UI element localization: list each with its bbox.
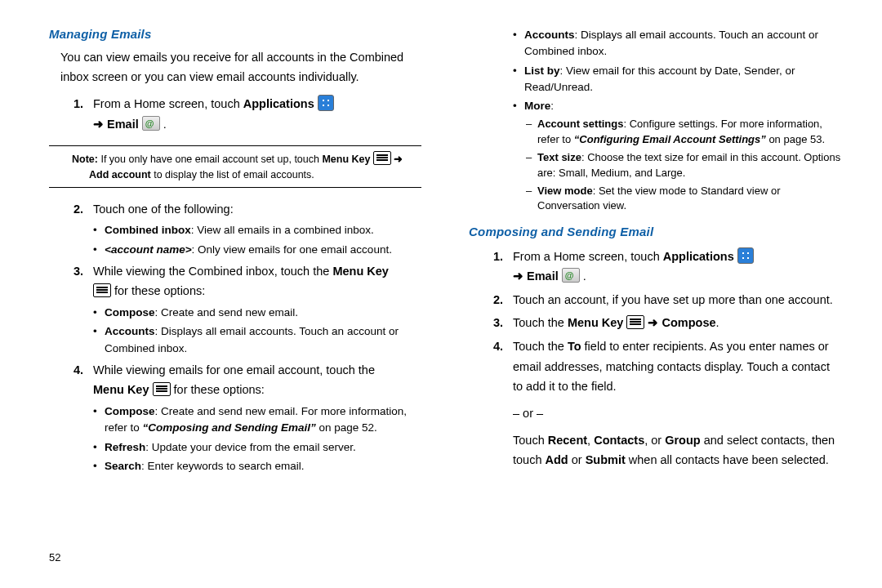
heading-managing-emails: Managing Emails: [49, 24, 421, 43]
menu-key-icon: [626, 315, 644, 329]
heading-composing: Composing and Sending Email: [469, 222, 841, 241]
menu-key-icon: [93, 283, 111, 297]
bullet: •Compose: Create and send new email.: [93, 305, 421, 321]
step-1: 1. From a Home screen, touch Application…: [74, 94, 421, 134]
applications-icon: [737, 247, 754, 264]
bullet: •Accounts: Displays all email accounts. …: [93, 323, 421, 357]
step-3b: 3. Touch the Menu Key ➜ Compose.: [493, 313, 841, 333]
bullet: •Accounts: Displays all email accounts. …: [513, 27, 841, 60]
applications-icon: [318, 95, 334, 111]
right-column: •Accounts: Displays all email accounts. …: [469, 24, 841, 477]
bullet: •Combined inbox: View all emails in a co…: [93, 222, 421, 238]
bullet: •<account name>: Only view emails for on…: [93, 242, 421, 258]
bullet: •More:: [513, 98, 841, 114]
bullet: •Search: Enter keywords to search email.: [93, 458, 421, 474]
sub-bullet: –Account settings: Configure settings. F…: [526, 117, 841, 148]
step-2b: 2. Touch an account, if you have set up …: [493, 290, 841, 310]
email-icon: [562, 268, 580, 283]
step-4: 4. While viewing emails for one email ac…: [74, 360, 421, 400]
sub-bullet: –Text size: Choose the text size for ema…: [526, 150, 841, 181]
divider: [49, 145, 421, 146]
email-icon: [142, 116, 160, 131]
divider: [49, 187, 421, 188]
left-column: Managing Emails You can view emails you …: [49, 24, 421, 477]
intro-text: You can view emails you receive for all …: [60, 48, 421, 87]
step-4b: 4. Touch the To field to enter recipient…: [493, 336, 841, 470]
menu-key-icon: [153, 382, 171, 396]
bullet: •List by: View email for this account by…: [513, 63, 841, 96]
note-text: Note: If you only have one email account…: [72, 151, 416, 181]
page-number: 52: [49, 551, 60, 564]
bullet: •Refresh: Update your device from the em…: [93, 439, 421, 456]
step-2: 2. Touch one of the following:: [74, 199, 421, 220]
step-3: 3. While viewing the Combined inbox, tou…: [74, 261, 421, 301]
bullet: •Compose: Create and send new email. For…: [93, 403, 421, 437]
sub-bullet: –View mode: Set the view mode to Standar…: [526, 184, 841, 215]
step-1b: 1. From a Home screen, touch Application…: [493, 247, 841, 287]
menu-key-icon: [373, 151, 391, 165]
